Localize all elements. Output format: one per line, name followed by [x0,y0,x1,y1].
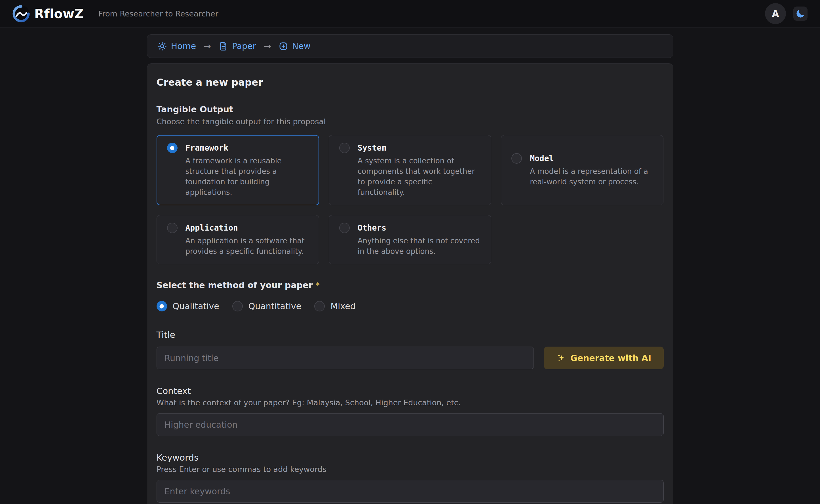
method-option-qualitative[interactable]: Qualitative [157,301,219,311]
option-title: System [358,143,386,153]
context-hint: What is the context of your paper? Eg: M… [157,398,664,407]
tangible-output-options: Framework A framework is a reusable stru… [157,135,664,264]
option-card-application[interactable]: Application An application is a software… [157,215,319,264]
generate-button-label: Generate with AI [570,353,651,363]
context-input[interactable] [157,413,664,436]
method-section: Select the method of your paper* Qualita… [157,280,664,311]
radio-model[interactable] [511,153,522,164]
rflowz-logo-icon [12,5,30,22]
option-description: A framework is a reusable structure that… [185,156,309,198]
option-description: A model is a representation of a real-wo… [530,166,653,187]
radio-framework[interactable] [167,143,178,153]
option-card-framework[interactable]: Framework A framework is a reusable stru… [157,135,319,205]
tangible-output-section: Tangible Output Choose the tangible outp… [157,104,664,264]
radio-qualitative[interactable] [157,301,167,311]
plus-square-icon [279,41,288,51]
page-title: Create a new paper [157,77,664,88]
option-card-system[interactable]: System A system is a collection of compo… [329,135,491,205]
theme-toggle-button[interactable] [793,7,808,21]
keywords-hint: Press Enter or use commas to add keyword… [157,465,664,474]
option-title: Application [185,223,238,233]
moon-stars-icon [795,9,806,19]
document-icon [218,41,228,51]
brand[interactable]: RflowZ [12,5,84,22]
radio-system[interactable] [339,143,350,153]
create-paper-card: Create a new paper Tangible Output Choos… [147,63,673,504]
option-description: A system is a collection of components t… [358,156,481,198]
app-header: RflowZ From Researcher to Researcher A [0,0,820,28]
option-title: Others [358,223,386,233]
option-title: Framework [185,143,229,153]
method-label: Select the method of your paper* [157,280,664,290]
keywords-section: Keywords Press Enter or use commas to ad… [157,452,664,503]
method-option-label: Mixed [330,301,356,311]
title-label: Title [157,330,664,340]
method-option-label: Quantitative [248,301,302,311]
breadcrumb-label: Paper [232,41,256,51]
option-card-others[interactable]: Others Anything else that is not covered… [329,215,491,264]
context-label: Context [157,386,664,396]
option-title: Model [530,154,554,163]
breadcrumb-label: Home [171,41,196,51]
option-card-model[interactable]: Model A model is a representation of a r… [501,135,663,205]
user-avatar[interactable]: A [765,3,786,24]
option-description: Anything else that is not covered in the… [358,236,481,257]
brand-name: RflowZ [34,7,84,21]
avatar-initial: A [772,8,779,19]
title-input[interactable] [157,347,534,369]
generate-with-ai-button[interactable]: Generate with AI [544,347,664,369]
title-section: Title Generate with AI [157,330,664,369]
tangible-output-label: Tangible Output [157,104,664,114]
radio-quantitative[interactable] [232,301,243,311]
keywords-label: Keywords [157,452,664,463]
method-option-mixed[interactable]: Mixed [314,301,356,311]
method-option-label: Qualitative [173,301,219,311]
breadcrumb-arrow: → [203,41,211,52]
radio-application[interactable] [167,223,178,233]
radio-others[interactable] [339,223,350,233]
option-description: An application is a software that provid… [185,236,309,257]
radio-mixed[interactable] [314,301,325,311]
breadcrumb-item-new[interactable]: New [279,41,311,51]
method-option-quantitative[interactable]: Quantitative [232,301,302,311]
required-asterisk: * [315,280,320,290]
tangible-output-hint: Choose the tangible output for this prop… [157,117,664,126]
breadcrumb: Home → Paper → New [147,34,673,58]
breadcrumb-arrow: → [264,41,271,52]
sparkles-icon [556,353,566,363]
sun-icon [157,41,167,51]
breadcrumb-item-paper[interactable]: Paper [218,41,256,51]
breadcrumb-label: New [292,41,311,51]
header-tagline: From Researcher to Researcher [98,9,218,18]
context-section: Context What is the context of your pape… [157,386,664,436]
keywords-input[interactable] [157,480,664,503]
breadcrumb-item-home[interactable]: Home [157,41,196,51]
